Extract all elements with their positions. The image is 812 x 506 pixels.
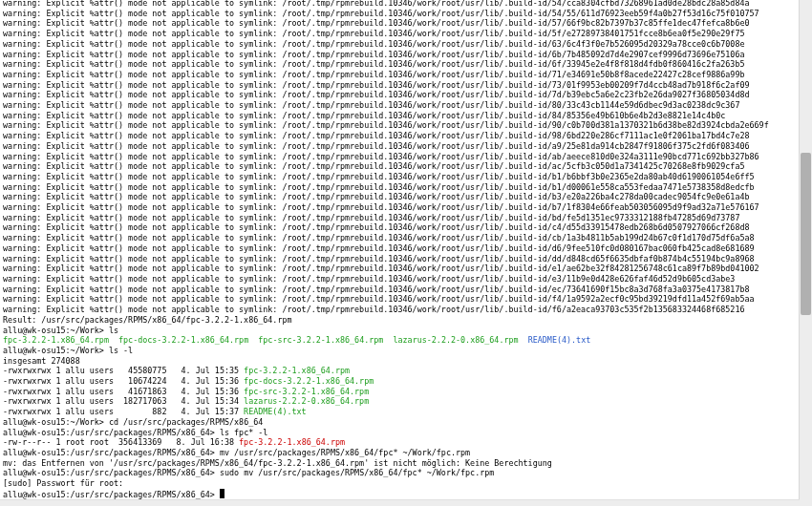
warning-line: warning: Explicit %attr() mode not appli… bbox=[3, 131, 750, 140]
sudo-prompt: [sudo] Passwort für root: bbox=[3, 478, 123, 488]
warning-line: warning: Explicit %attr() mode not appli… bbox=[3, 172, 755, 181]
terminal-line: warning: Explicit %attr() mode not appli… bbox=[3, 305, 796, 315]
terminal-line: -rwxrwxrwx 1 allu users 41671863 4. Jul … bbox=[3, 387, 796, 397]
file-name: README(4).txt bbox=[244, 407, 307, 416]
terminal-line: warning: Explicit %attr() mode not appli… bbox=[3, 80, 796, 91]
terminal-line: allu@wk-osu15:/usr/src/packages/RPMS/x86… bbox=[3, 468, 796, 478]
terminal-line: warning: Explicit %attr() mode not appli… bbox=[3, 90, 796, 100]
terminal-line: warning: Explicit %attr() mode not appli… bbox=[3, 202, 796, 213]
warning-line: warning: Explicit %attr() mode not appli… bbox=[3, 59, 745, 69]
terminal-line: warning: Explicit %attr() mode not appli… bbox=[3, 39, 796, 50]
file-name: README(4).txt bbox=[528, 335, 591, 345]
command-text: sudo mv /usr/src/packages/RPMS/x86_64/fp… bbox=[220, 468, 494, 477]
prompt-sep: > bbox=[210, 490, 220, 499]
prompt-userhost: allu@wk-osu15: bbox=[3, 490, 71, 499]
terminal-line: warning: Explicit %attr() mode not appli… bbox=[3, 131, 796, 141]
prompt-userhost: allu@wk-osu15: bbox=[3, 417, 71, 427]
terminal-line: -rw-r--r-- 1 root root 356413369 8. Jul … bbox=[3, 437, 796, 448]
prompt-path: ~/Work bbox=[71, 417, 99, 427]
warning-line: warning: Explicit %attr() mode not appli… bbox=[3, 305, 745, 314]
terminal-line: allu@wk-osu15:~/Work> ls bbox=[3, 326, 796, 336]
warning-line: warning: Explicit %attr() mode not appli… bbox=[3, 90, 750, 99]
warning-line: warning: Explicit %attr() mode not appli… bbox=[3, 152, 759, 161]
file-name: fpc-docs-3.2.2-1.x86_64.rpm bbox=[118, 335, 248, 345]
terminal-line: warning: Explicit %attr() mode not appli… bbox=[3, 152, 796, 162]
terminal-line: insgesamt 274088 bbox=[3, 356, 796, 367]
prompt-sep: > bbox=[99, 417, 109, 427]
file-attrs: -rwxrwxrwx 1 allu users 45580775 4. Jul … bbox=[3, 366, 244, 375]
file-name: lazarus-2.2.2-0.x86_64.rpm bbox=[244, 396, 369, 406]
warning-line: warning: Explicit %attr() mode not appli… bbox=[3, 243, 755, 253]
terminal-line: warning: Explicit %attr() mode not appli… bbox=[3, 141, 796, 152]
file-attrs: -rw-r--r-- 1 root root 356413369 8. Jul … bbox=[3, 437, 239, 447]
file-name: fpc-3.2.2-1.x86_64.rpm bbox=[3, 335, 109, 345]
terminal-line: allu@wk-osu15:~/Work> ls -l bbox=[3, 346, 796, 356]
terminal-line: warning: Explicit %attr() mode not appli… bbox=[3, 172, 796, 182]
warning-line: warning: Explicit %attr() mode not appli… bbox=[3, 222, 750, 232]
prompt-sep: > bbox=[99, 326, 109, 335]
command-text: mv /usr/src/packages/RPMS/x86_64/fpc* ~/… bbox=[220, 448, 470, 457]
file-name: fpc-3.2.2-1.x86_64.rpm bbox=[239, 437, 345, 447]
warning-line: warning: Explicit %attr() mode not appli… bbox=[3, 29, 745, 38]
warning-line: warning: Explicit %attr() mode not appli… bbox=[3, 9, 759, 18]
total-line: insgesamt 274088 bbox=[3, 356, 80, 366]
terminal-line: fpc-3.2.2-1.x86_64.rpm fpc-docs-3.2.2-1.… bbox=[3, 335, 796, 346]
terminal-line: warning: Explicit %attr() mode not appli… bbox=[3, 100, 796, 111]
terminal-line: warning: Explicit %attr() mode not appli… bbox=[3, 161, 796, 172]
file-name: fpc-docs-3.2.2-1.x86_64.rpm bbox=[244, 376, 374, 386]
warning-line: warning: Explicit %attr() mode not appli… bbox=[3, 100, 739, 110]
terminal-line: warning: Explicit %attr() mode not appli… bbox=[3, 222, 796, 233]
terminal-output[interactable]: warning: Explicit %attr() mode not appli… bbox=[3, 0, 796, 499]
vertical-scroll-thumb[interactable] bbox=[801, 153, 811, 315]
terminal-line: warning: Explicit %attr() mode not appli… bbox=[3, 254, 796, 264]
terminal-line: -rwxrwxrwx 1 allu users 182717063 4. Jul… bbox=[3, 396, 796, 407]
terminal-line: mv: das Entfernen von '/usr/src/packages… bbox=[3, 458, 796, 469]
horizontal-scrollbar[interactable] bbox=[0, 499, 800, 506]
file-name: fpc-3.2.2-1.x86_64.rpm bbox=[244, 366, 350, 375]
prompt-path: /usr/src/packages/RPMS/x86_64 bbox=[71, 448, 210, 457]
prompt-userhost: allu@wk-osu15: bbox=[3, 326, 71, 335]
warning-line: warning: Explicit %attr() mode not appli… bbox=[3, 0, 750, 8]
terminal-line: warning: Explicit %attr() mode not appli… bbox=[3, 0, 796, 9]
terminal-line: -rwxrwxrwx 1 allu users 45580775 4. Jul … bbox=[3, 366, 796, 376]
warning-line: warning: Explicit %attr() mode not appli… bbox=[3, 161, 745, 171]
terminal-line: warning: Explicit %attr() mode not appli… bbox=[3, 70, 796, 80]
terminal-line: allu@wk-osu15:/usr/src/packages/RPMS/x86… bbox=[3, 428, 796, 438]
warning-line: warning: Explicit %attr() mode not appli… bbox=[3, 213, 739, 222]
file-attrs: -rwxrwxrwx 1 allu users 182717063 4. Jul… bbox=[3, 396, 244, 406]
warning-line: warning: Explicit %attr() mode not appli… bbox=[3, 80, 750, 90]
warning-line: warning: Explicit %attr() mode not appli… bbox=[3, 182, 755, 192]
file-attrs: -rwxrwxrwx 1 allu users 41671863 4. Jul … bbox=[3, 387, 244, 396]
file-attrs: -rwxrwxrwx 1 allu users 882 4. Jul 15:37 bbox=[3, 407, 244, 416]
terminal-line: warning: Explicit %attr() mode not appli… bbox=[3, 285, 796, 295]
prompt-sep: > bbox=[210, 428, 220, 437]
terminal-line: allu@wk-osu15:~/Work> cd /usr/src/packag… bbox=[3, 417, 796, 428]
warning-line: warning: Explicit %attr() mode not appli… bbox=[3, 192, 750, 201]
prompt-userhost: allu@wk-osu15: bbox=[3, 468, 71, 477]
warning-line: warning: Explicit %attr() mode not appli… bbox=[3, 141, 750, 151]
prompt-userhost: allu@wk-osu15: bbox=[3, 428, 71, 437]
terminal-line: warning: Explicit %attr() mode not appli… bbox=[3, 182, 796, 193]
cursor bbox=[220, 489, 224, 498]
error-line: mv: das Entfernen von '/usr/src/packages… bbox=[3, 458, 552, 468]
warning-line: warning: Explicit %attr() mode not appli… bbox=[3, 202, 759, 212]
terminal-line: warning: Explicit %attr() mode not appli… bbox=[3, 50, 796, 60]
prompt-userhost: allu@wk-osu15: bbox=[3, 346, 71, 355]
vertical-scrollbar[interactable] bbox=[799, 0, 812, 506]
terminal-line: warning: Explicit %attr() mode not appli… bbox=[3, 120, 796, 131]
warning-line: warning: Explicit %attr() mode not appli… bbox=[3, 254, 755, 264]
warning-line: warning: Explicit %attr() mode not appli… bbox=[3, 39, 745, 49]
command-text: ls fpc* -l bbox=[220, 428, 267, 437]
warning-line: warning: Explicit %attr() mode not appli… bbox=[3, 264, 759, 273]
prompt-sep: > bbox=[210, 468, 220, 477]
prompt-path: /usr/src/packages/RPMS/x86_64 bbox=[71, 468, 210, 477]
command-text: cd /usr/src/packages/RPMS/x86_64 bbox=[109, 417, 263, 427]
warning-line: warning: Explicit %attr() mode not appli… bbox=[3, 70, 745, 79]
warning-line: warning: Explicit %attr() mode not appli… bbox=[3, 18, 750, 28]
terminal-line: -rwxrwxrwx 1 allu users 10674224 4. Jul … bbox=[3, 376, 796, 387]
terminal-line: warning: Explicit %attr() mode not appli… bbox=[3, 213, 796, 223]
warning-line: warning: Explicit %attr() mode not appli… bbox=[3, 285, 750, 294]
prompt-path: /usr/src/packages/RPMS/x86_64 bbox=[71, 490, 210, 499]
warning-line: warning: Explicit %attr() mode not appli… bbox=[3, 233, 755, 242]
terminal-line: allu@wk-osu15:/usr/src/packages/RPMS/x86… bbox=[3, 489, 796, 500]
